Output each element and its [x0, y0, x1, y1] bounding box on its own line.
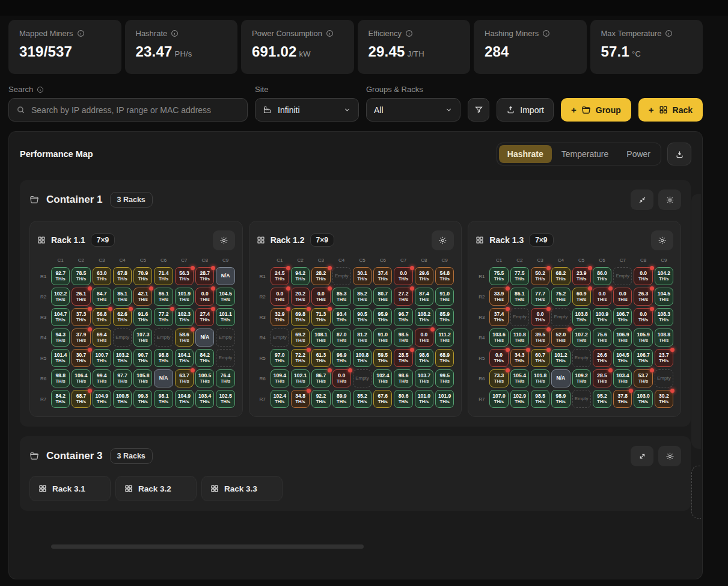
miner-cell[interactable]: 71.3TH/s: [311, 308, 330, 326]
miner-cell[interactable]: 99.3TH/s: [133, 390, 152, 408]
miner-cell[interactable]: 91.0TH/s: [373, 328, 392, 347]
filter-button[interactable]: [468, 98, 489, 122]
miner-cell[interactable]: 84.2TH/s: [51, 390, 70, 408]
miner-cell[interactable]: 108.2TH/s: [415, 308, 433, 326]
miner-cell[interactable]: 86.1TH/s: [510, 288, 529, 306]
rack-settings-button[interactable]: [432, 230, 454, 250]
miner-cell[interactable]: 104.5TH/s: [655, 288, 673, 306]
empty-slot-cell[interactable]: Empty: [154, 328, 173, 347]
miner-cell[interactable]: 87.0TH/s: [332, 328, 351, 347]
na-miner-cell[interactable]: N/A: [551, 369, 570, 387]
miner-cell[interactable]: 20.2TH/s: [291, 288, 310, 306]
miner-cell[interactable]: 103.7TH/s: [415, 369, 433, 387]
miner-cell[interactable]: 107.2TH/s: [572, 328, 591, 347]
miner-cell[interactable]: 104.5TH/s: [613, 349, 632, 367]
miner-cell[interactable]: 0.0TH/s: [415, 328, 433, 347]
miner-cell[interactable]: 101.9TH/s: [435, 390, 454, 408]
miner-cell[interactable]: 100.7TH/s: [93, 349, 111, 367]
miner-cell[interactable]: 39.5TH/s: [531, 328, 549, 347]
miner-cell[interactable]: 109.2TH/s: [572, 369, 591, 387]
miner-cell[interactable]: 105.4TH/s: [510, 369, 529, 387]
miner-cell[interactable]: 92.7TH/s: [51, 267, 70, 285]
container-settings-button[interactable]: [658, 446, 681, 466]
groups-racks-select[interactable]: All: [366, 98, 460, 122]
miner-cell[interactable]: 104.1TH/s: [175, 349, 194, 367]
miner-cell[interactable]: 52.0TH/s: [551, 328, 570, 347]
tab-temperature[interactable]: Temperature: [553, 145, 617, 163]
miner-cell[interactable]: 104.5TH/s: [216, 288, 234, 306]
miner-cell[interactable]: 0.0TH/s: [613, 288, 632, 306]
miner-cell[interactable]: 0.0TH/s: [634, 267, 652, 285]
miner-cell[interactable]: 103.0TH/s: [634, 390, 652, 408]
miner-cell[interactable]: 70.9TH/s: [133, 267, 152, 285]
miner-cell[interactable]: 102.4TH/s: [271, 390, 289, 408]
miner-cell[interactable]: 28.5TH/s: [593, 369, 611, 387]
empty-slot-cell[interactable]: Empty: [113, 328, 132, 347]
miner-cell[interactable]: 108.8TH/s: [655, 328, 673, 347]
miner-cell[interactable]: 0.0TH/s: [271, 288, 289, 306]
miner-cell[interactable]: 80.7TH/s: [373, 288, 392, 306]
miner-cell[interactable]: 96.7TH/s: [394, 308, 412, 326]
miner-cell[interactable]: 100.5TH/s: [113, 390, 132, 408]
miner-cell[interactable]: 85.1TH/s: [113, 288, 132, 306]
miner-cell[interactable]: 37.4TH/s: [489, 308, 508, 326]
rack-settings-button[interactable]: [213, 230, 235, 250]
miner-cell[interactable]: 106.7TH/s: [613, 308, 632, 326]
miner-cell[interactable]: 34.8TH/s: [291, 390, 310, 408]
miner-cell[interactable]: 91.6TH/s: [133, 308, 152, 326]
miner-cell[interactable]: 42.1TH/s: [133, 288, 152, 306]
miner-cell[interactable]: 67.6TH/s: [373, 390, 392, 408]
miner-cell[interactable]: 103.4TH/s: [195, 390, 214, 408]
info-icon[interactable]: [326, 29, 334, 37]
miner-cell[interactable]: 28.5TH/s: [394, 349, 412, 367]
miner-cell[interactable]: 26.3TH/s: [634, 288, 652, 306]
miner-cell[interactable]: 101.0TH/s: [415, 390, 433, 408]
miner-cell[interactable]: 98.6TH/s: [394, 369, 412, 387]
miner-cell[interactable]: 98.8TH/s: [154, 349, 173, 367]
miner-cell[interactable]: 32.9TH/s: [271, 308, 289, 326]
miner-cell[interactable]: 50.2TH/s: [531, 267, 549, 285]
tab-hashrate[interactable]: Hashrate: [499, 145, 552, 163]
miner-cell[interactable]: 94.2TH/s: [291, 267, 310, 285]
miner-cell[interactable]: 56.8TH/s: [93, 308, 111, 326]
miner-cell[interactable]: 84.7TH/s: [93, 288, 111, 306]
rack-pill-button[interactable]: Rack 3.1: [29, 476, 111, 501]
miner-cell[interactable]: 77.7TH/s: [531, 288, 549, 306]
miner-cell[interactable]: 98.5TH/s: [531, 390, 549, 408]
miner-cell[interactable]: 23.9TH/s: [572, 267, 591, 285]
miner-cell[interactable]: 80.6TH/s: [394, 390, 412, 408]
miner-cell[interactable]: 97.0TH/s: [271, 349, 289, 367]
miner-cell[interactable]: 28.2TH/s: [311, 267, 330, 285]
miner-cell[interactable]: 27.4TH/s: [195, 308, 214, 326]
miner-cell[interactable]: 34.3TH/s: [510, 349, 529, 367]
tab-power[interactable]: Power: [618, 145, 659, 163]
miner-cell[interactable]: 63.7TH/s: [175, 369, 194, 387]
miner-cell[interactable]: 76.4TH/s: [216, 369, 234, 387]
miner-cell[interactable]: 108.3TH/s: [655, 308, 673, 326]
miner-cell[interactable]: 100.9TH/s: [593, 308, 611, 326]
miner-cell[interactable]: 101.2TH/s: [551, 349, 570, 367]
miner-cell[interactable]: 96.9TH/s: [332, 349, 351, 367]
search-input[interactable]: [31, 105, 240, 115]
miner-cell[interactable]: 23.7TH/s: [655, 349, 673, 367]
miner-cell[interactable]: 58.6TH/s: [175, 328, 194, 347]
miner-cell[interactable]: 111.2TH/s: [435, 328, 454, 347]
miner-cell[interactable]: 81.2TH/s: [353, 328, 372, 347]
miner-cell[interactable]: 95.2TH/s: [593, 390, 611, 408]
na-miner-cell[interactable]: N/A: [195, 328, 214, 347]
import-button[interactable]: Import: [497, 98, 554, 122]
miner-cell[interactable]: 102.9TH/s: [510, 390, 529, 408]
miner-cell[interactable]: 63.0TH/s: [93, 267, 111, 285]
miner-cell[interactable]: 102.4TH/s: [373, 369, 392, 387]
miner-cell[interactable]: 84.2TH/s: [195, 349, 214, 367]
miner-cell[interactable]: 105.9TH/s: [634, 328, 652, 347]
info-icon[interactable]: [37, 86, 44, 93]
miner-cell[interactable]: 30.1TH/s: [353, 267, 372, 285]
miner-cell[interactable]: 98.1TH/s: [154, 390, 173, 408]
miner-cell[interactable]: 77.5TH/s: [510, 267, 529, 285]
miner-cell[interactable]: 105.8TH/s: [133, 369, 152, 387]
miner-cell[interactable]: 69.2TH/s: [291, 328, 310, 347]
miner-cell[interactable]: 85.3TH/s: [332, 288, 351, 306]
miner-cell[interactable]: 0.0TH/s: [634, 308, 652, 326]
miner-cell[interactable]: 68.2TH/s: [551, 267, 570, 285]
